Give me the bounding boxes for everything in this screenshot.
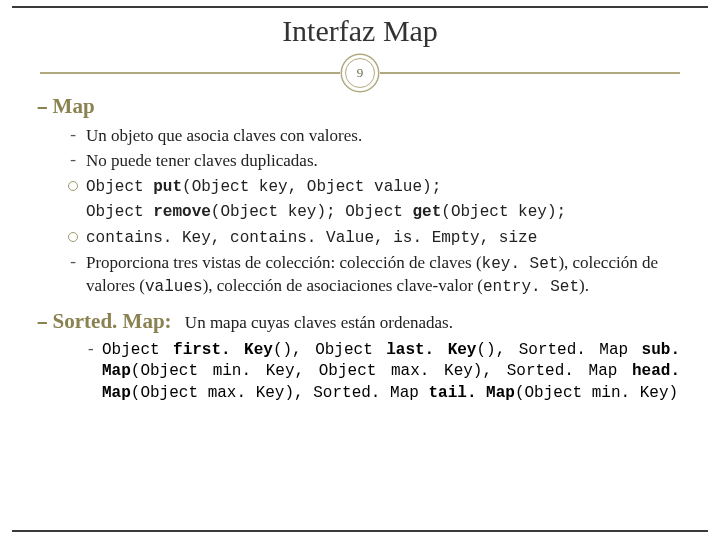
- list-item: Un objeto que asocia claves con valores.: [68, 125, 680, 148]
- list-item: contains. Key, contains. Value, is. Empt…: [68, 226, 680, 250]
- slide: Interfaz Map 9 –Map Un objeto que asocia…: [0, 0, 720, 540]
- code-text: Object put(Object key, Object value);: [86, 178, 441, 196]
- bottom-rule: [12, 530, 708, 532]
- map-list: Un objeto que asocia claves con valores.…: [50, 125, 680, 299]
- list-item: Proporciona tres vistas de colección: co…: [68, 252, 680, 299]
- page-number-badge: 9: [345, 58, 375, 88]
- code-text: Object remove(Object key); Object get(Ob…: [86, 203, 566, 221]
- dash-icon: –: [36, 96, 47, 119]
- map-heading: –Map: [36, 94, 680, 119]
- sortedmap-desc: Un mapa cuyas claves están ordenadas.: [185, 313, 453, 332]
- rule-left: [40, 72, 340, 74]
- sortedmap-heading-text: Sorted. Map:: [53, 309, 172, 333]
- list-text: No puede tener claves duplicadas.: [86, 151, 318, 170]
- code-text: contains. Key, contains. Value, is. Empt…: [86, 229, 537, 247]
- list-text: Proporciona tres vistas de colección: co…: [86, 253, 658, 296]
- page-number-row: 9: [0, 58, 720, 88]
- list-item: Object put(Object key, Object value);: [68, 175, 680, 199]
- sortedmap-signatures: Object first. Key(), Object last. Key(),…: [50, 340, 680, 405]
- list-item: No puede tener claves duplicadas.: [68, 150, 680, 173]
- map-heading-text: Map: [53, 94, 95, 118]
- code-block: Object first. Key(), Object last. Key(),…: [86, 340, 680, 405]
- sortedmap-heading: –Sorted. Map: Un mapa cuyas claves están…: [36, 309, 680, 334]
- slide-title: Interfaz Map: [0, 0, 720, 54]
- top-rule: [12, 6, 708, 8]
- content-area: –Map Un objeto que asocia claves con val…: [0, 94, 720, 405]
- rule-right: [380, 72, 680, 74]
- list-text: Un objeto que asocia claves con valores.: [86, 126, 362, 145]
- list-item: Object remove(Object key); Object get(Ob…: [68, 200, 680, 224]
- dash-icon: –: [36, 311, 47, 334]
